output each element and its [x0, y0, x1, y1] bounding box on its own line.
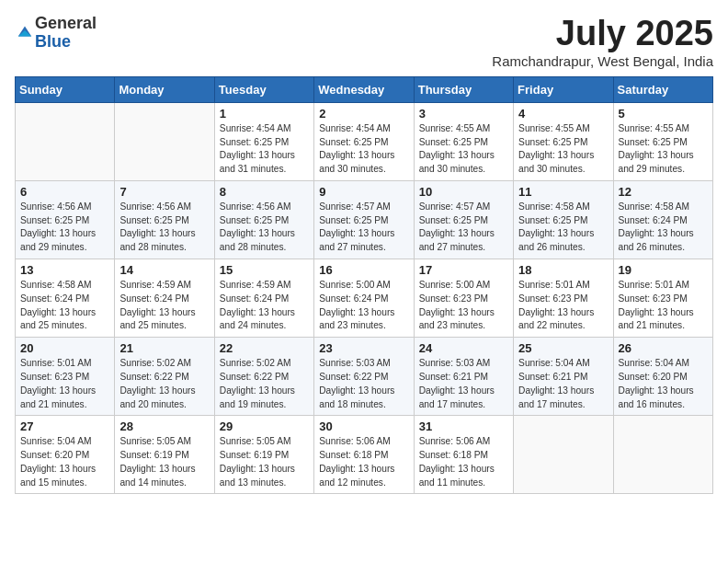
day-number: 11 [518, 185, 608, 199]
cell-info: Sunrise: 4:58 AM Sunset: 6:24 PM Dayligh… [619, 201, 708, 255]
calendar-cell: 23Sunrise: 5:03 AM Sunset: 6:22 PM Dayli… [314, 338, 414, 416]
day-number: 25 [518, 341, 608, 355]
calendar-cell: 12Sunrise: 4:58 AM Sunset: 6:24 PM Dayli… [613, 180, 712, 259]
week-row-3: 13Sunrise: 4:58 AM Sunset: 6:24 PM Dayli… [16, 259, 713, 338]
calendar-cell: 25Sunrise: 5:04 AM Sunset: 6:21 PM Dayli… [514, 338, 613, 416]
cell-info: Sunrise: 5:03 AM Sunset: 6:21 PM Dayligh… [419, 357, 508, 411]
cell-info: Sunrise: 5:01 AM Sunset: 6:23 PM Dayligh… [518, 279, 608, 333]
calendar-cell: 21Sunrise: 5:02 AM Sunset: 6:22 PM Dayli… [115, 338, 214, 416]
calendar-cell: 20Sunrise: 5:01 AM Sunset: 6:23 PM Dayli… [16, 338, 115, 416]
month-title: July 2025 [492, 15, 713, 53]
cell-info: Sunrise: 4:54 AM Sunset: 6:25 PM Dayligh… [220, 122, 309, 177]
cell-info: Sunrise: 4:58 AM Sunset: 6:24 PM Dayligh… [20, 279, 109, 333]
calendar-cell: 24Sunrise: 5:03 AM Sunset: 6:21 PM Dayli… [414, 338, 513, 416]
calendar-cell: 14Sunrise: 4:59 AM Sunset: 6:24 PM Dayli… [115, 259, 214, 338]
day-number: 29 [220, 419, 309, 433]
calendar-cell: 5Sunrise: 4:55 AM Sunset: 6:25 PM Daylig… [613, 102, 712, 180]
day-number: 9 [319, 185, 408, 199]
logo-general: General [35, 14, 97, 32]
calendar-cell: 7Sunrise: 4:56 AM Sunset: 6:25 PM Daylig… [115, 180, 214, 259]
cell-info: Sunrise: 5:05 AM Sunset: 6:19 PM Dayligh… [119, 435, 209, 489]
cell-info: Sunrise: 4:57 AM Sunset: 6:25 PM Dayligh… [419, 201, 508, 255]
week-row-1: 1Sunrise: 4:54 AM Sunset: 6:25 PM Daylig… [16, 102, 713, 180]
calendar-cell: 29Sunrise: 5:05 AM Sunset: 6:19 PM Dayli… [214, 416, 313, 494]
cell-info: Sunrise: 4:55 AM Sunset: 6:25 PM Dayligh… [419, 122, 508, 177]
day-number: 28 [119, 419, 209, 433]
weekday-header-friday: Friday [514, 76, 613, 102]
day-number: 2 [319, 107, 408, 121]
day-number: 20 [20, 341, 109, 355]
cell-info: Sunrise: 5:01 AM Sunset: 6:23 PM Dayligh… [20, 357, 109, 411]
logo: General Blue [15, 15, 97, 52]
day-number: 17 [419, 263, 508, 277]
cell-info: Sunrise: 5:03 AM Sunset: 6:22 PM Dayligh… [319, 357, 408, 411]
day-number: 4 [518, 107, 608, 121]
day-number: 24 [419, 341, 508, 355]
calendar-cell: 3Sunrise: 4:55 AM Sunset: 6:25 PM Daylig… [414, 102, 513, 180]
calendar-cell [16, 102, 115, 180]
page-header: General Blue July 2025 Ramchandrapur, We… [15, 15, 713, 69]
cell-info: Sunrise: 5:02 AM Sunset: 6:22 PM Dayligh… [119, 357, 209, 411]
logo-text: General Blue [35, 15, 97, 52]
day-number: 30 [319, 419, 408, 433]
day-number: 12 [619, 185, 708, 199]
weekday-header-sunday: Sunday [16, 76, 115, 102]
week-row-4: 20Sunrise: 5:01 AM Sunset: 6:23 PM Dayli… [16, 338, 713, 416]
day-number: 10 [419, 185, 508, 199]
calendar-cell [514, 416, 613, 494]
cell-info: Sunrise: 5:06 AM Sunset: 6:18 PM Dayligh… [319, 435, 408, 489]
cell-info: Sunrise: 5:00 AM Sunset: 6:24 PM Dayligh… [319, 279, 408, 333]
cell-info: Sunrise: 4:56 AM Sunset: 6:25 PM Dayligh… [20, 201, 109, 255]
calendar-cell: 31Sunrise: 5:06 AM Sunset: 6:18 PM Dayli… [414, 416, 513, 494]
cell-info: Sunrise: 5:02 AM Sunset: 6:22 PM Dayligh… [220, 357, 309, 411]
calendar-cell: 4Sunrise: 4:55 AM Sunset: 6:25 PM Daylig… [514, 102, 613, 180]
week-row-2: 6Sunrise: 4:56 AM Sunset: 6:25 PM Daylig… [16, 180, 713, 259]
calendar-cell: 28Sunrise: 5:05 AM Sunset: 6:19 PM Dayli… [115, 416, 214, 494]
cell-info: Sunrise: 5:04 AM Sunset: 6:20 PM Dayligh… [619, 357, 708, 411]
calendar-cell: 16Sunrise: 5:00 AM Sunset: 6:24 PM Dayli… [314, 259, 414, 338]
title-block: July 2025 Ramchandrapur, West Bengal, In… [492, 15, 713, 69]
calendar-cell: 27Sunrise: 5:04 AM Sunset: 6:20 PM Dayli… [16, 416, 115, 494]
calendar-cell: 19Sunrise: 5:01 AM Sunset: 6:23 PM Dayli… [613, 259, 712, 338]
logo-blue: Blue [35, 32, 71, 51]
day-number: 1 [220, 107, 309, 121]
calendar-cell: 18Sunrise: 5:01 AM Sunset: 6:23 PM Dayli… [514, 259, 613, 338]
cell-info: Sunrise: 4:58 AM Sunset: 6:25 PM Dayligh… [518, 201, 608, 255]
day-number: 14 [119, 263, 209, 277]
day-number: 19 [619, 263, 708, 277]
cell-info: Sunrise: 4:54 AM Sunset: 6:25 PM Dayligh… [319, 122, 408, 177]
day-number: 21 [119, 341, 209, 355]
day-number: 15 [220, 263, 309, 277]
cell-info: Sunrise: 5:00 AM Sunset: 6:23 PM Dayligh… [419, 279, 508, 333]
weekday-header-tuesday: Tuesday [214, 76, 313, 102]
cell-info: Sunrise: 4:55 AM Sunset: 6:25 PM Dayligh… [619, 122, 708, 177]
day-number: 22 [220, 341, 309, 355]
calendar-cell [613, 416, 712, 494]
calendar-cell: 6Sunrise: 4:56 AM Sunset: 6:25 PM Daylig… [16, 180, 115, 259]
calendar-cell: 11Sunrise: 4:58 AM Sunset: 6:25 PM Dayli… [514, 180, 613, 259]
cell-info: Sunrise: 5:04 AM Sunset: 6:21 PM Dayligh… [518, 357, 608, 411]
cell-info: Sunrise: 4:59 AM Sunset: 6:24 PM Dayligh… [220, 279, 309, 333]
day-number: 31 [419, 419, 508, 433]
weekday-header-wednesday: Wednesday [314, 76, 414, 102]
cell-info: Sunrise: 5:04 AM Sunset: 6:20 PM Dayligh… [20, 435, 109, 489]
calendar-cell: 8Sunrise: 4:56 AM Sunset: 6:25 PM Daylig… [214, 180, 313, 259]
weekday-header-row: SundayMondayTuesdayWednesdayThursdayFrid… [16, 76, 713, 102]
location: Ramchandrapur, West Bengal, India [492, 53, 713, 69]
cell-info: Sunrise: 4:59 AM Sunset: 6:24 PM Dayligh… [119, 279, 209, 333]
day-number: 26 [619, 341, 708, 355]
day-number: 5 [619, 107, 708, 121]
day-number: 8 [220, 185, 309, 199]
calendar-cell: 2Sunrise: 4:54 AM Sunset: 6:25 PM Daylig… [314, 102, 414, 180]
day-number: 27 [20, 419, 109, 433]
cell-info: Sunrise: 4:56 AM Sunset: 6:25 PM Dayligh… [119, 201, 209, 255]
cell-info: Sunrise: 4:57 AM Sunset: 6:25 PM Dayligh… [319, 201, 408, 255]
cell-info: Sunrise: 5:06 AM Sunset: 6:18 PM Dayligh… [419, 435, 508, 489]
calendar-cell: 30Sunrise: 5:06 AM Sunset: 6:18 PM Dayli… [314, 416, 414, 494]
calendar-table: SundayMondayTuesdayWednesdayThursdayFrid… [15, 76, 713, 495]
calendar-cell: 1Sunrise: 4:54 AM Sunset: 6:25 PM Daylig… [214, 102, 313, 180]
weekday-header-monday: Monday [115, 76, 214, 102]
day-number: 16 [319, 263, 408, 277]
calendar-cell: 17Sunrise: 5:00 AM Sunset: 6:23 PM Dayli… [414, 259, 513, 338]
day-number: 6 [20, 185, 109, 199]
